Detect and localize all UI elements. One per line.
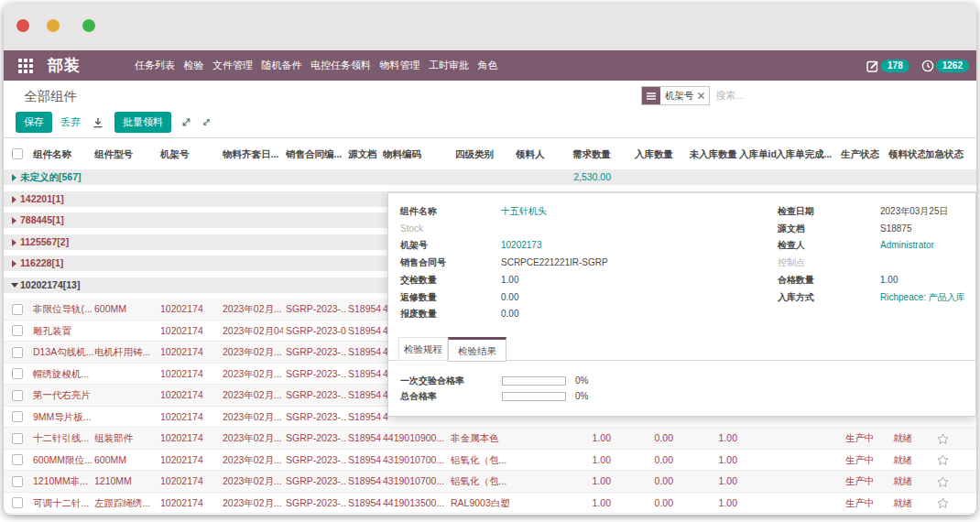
col-picker[interactable]: 领料人 (516, 138, 547, 169)
metric-value: 0% (575, 373, 588, 389)
col-material-ready-date[interactable]: 物料齐套日... (223, 138, 283, 169)
field-label: 交检数量 (400, 271, 497, 288)
expand-icon[interactable] (181, 117, 191, 127)
apps-menu-icon[interactable] (18, 59, 33, 77)
caret-right-icon (12, 239, 16, 246)
urgent-star-icon[interactable] (937, 454, 952, 468)
col-demand-qty[interactable]: 需求数量 (549, 138, 611, 169)
row-checkbox[interactable] (12, 454, 23, 465)
col-urgent-status[interactable]: 加急状态 (925, 138, 971, 169)
menu-material-management[interactable]: 物料管理 (380, 59, 420, 72)
col-inbound-qty[interactable]: 入库数量 (611, 138, 673, 169)
col-inbound-id[interactable]: 入库单id (739, 138, 779, 169)
menu-spare-parts[interactable]: 随机备件 (262, 59, 302, 72)
menu-elec-task-picking[interactable]: 电控任务领料 (310, 59, 371, 72)
col-sales-contract[interactable]: 销售合同编... (286, 138, 346, 169)
menu-timesheet-approval[interactable]: 工时审批 (429, 59, 469, 72)
inspection-detail-panel: 组件名称 十五针机头 Stock 机架号 10202173 销售合同号 SCRP… (387, 192, 976, 417)
col-category[interactable]: 四级类别 (455, 138, 514, 169)
field-label: 检查人 (778, 236, 877, 254)
batch-picking-button[interactable]: 批量领料 (114, 112, 171, 133)
table-header: 组件名称 组件型号 机架号 物料齐套日... 销售合同编... 源文档 物料编码… (4, 138, 976, 169)
save-button[interactable]: 保存 (16, 112, 52, 133)
first-pass-rate-bar (502, 376, 566, 386)
col-component-name[interactable]: 组件名称 (33, 138, 93, 169)
window-titlebar (4, 4, 976, 50)
menu-inspection[interactable]: 检验 (184, 59, 204, 72)
urgent-star-icon[interactable] (937, 497, 952, 511)
facet-remove-icon[interactable] (698, 92, 704, 99)
col-picking-status[interactable]: 领料状态 (888, 138, 925, 169)
menu-file-management[interactable]: 文件管理 (212, 59, 253, 72)
row-checkbox[interactable] (12, 476, 23, 487)
caret-right-icon (12, 174, 16, 181)
col-component-model[interactable]: 组件型号 (94, 138, 157, 169)
inbound-method-link[interactable]: Richpeace: 产品入库 (880, 288, 972, 306)
group-row[interactable]: 未定义的[567]2,530.00 (4, 169, 976, 191)
frame-number-link[interactable]: 10202173 (501, 236, 767, 254)
row-checkbox[interactable] (12, 304, 23, 315)
field-label: 返修数量 (400, 288, 497, 306)
row-checkbox[interactable] (12, 411, 23, 422)
row-checkbox[interactable] (12, 433, 23, 444)
field-label: 控制点 (778, 254, 877, 271)
col-inbound-done[interactable]: 入库单完成... (776, 138, 836, 169)
inspector-link[interactable]: Administrator (880, 236, 972, 254)
field-label: 机架号 (400, 236, 497, 254)
row-checkbox[interactable] (12, 390, 23, 401)
export-download-icon[interactable] (93, 117, 103, 128)
window-close-button[interactable] (16, 19, 29, 32)
menu-roles[interactable]: 角色 (478, 59, 498, 72)
component-name-link[interactable]: 十五针机头 (501, 202, 767, 220)
table-row[interactable]: 十二针引线... 组装部件 10202174 2023年02月... SGRP-… (4, 428, 976, 450)
col-material-code[interactable]: 物料编码 (383, 138, 447, 169)
clock-icon (921, 60, 934, 72)
search-input[interactable]: 搜索... (716, 89, 745, 103)
caret-right-icon (12, 196, 16, 203)
field-label: Stock (400, 220, 497, 237)
select-all-checkbox[interactable] (12, 148, 23, 159)
field-label: 检查日期 (778, 202, 877, 220)
table-row[interactable]: 1210MM非... 1210MM 10202174 2023年02月... S… (4, 471, 976, 493)
app-window: 部装 任务列表 检验 文件管理 随机备件 电控任务领料 物料管理 工时审批 角色… (4, 4, 976, 515)
caret-right-icon (12, 260, 16, 267)
field-value: 0.00 (501, 305, 767, 322)
caret-down-icon (11, 283, 18, 288)
search-facet: 机架号 (641, 86, 710, 105)
row-checkbox[interactable] (12, 325, 23, 336)
field-label: 销售合同号 (400, 254, 497, 271)
row-checkbox[interactable] (12, 497, 23, 508)
window-minimize-button[interactable] (47, 19, 60, 32)
control-panel: 全部组件 机架号 搜索... 保存 丢弃 批量领料 (4, 81, 976, 138)
window-zoom-button[interactable] (82, 19, 95, 32)
row-checkbox[interactable] (12, 347, 23, 358)
search-bar[interactable]: 机架号 搜索... (641, 86, 745, 105)
compress-icon[interactable] (202, 118, 211, 126)
col-not-inbound-qty[interactable]: 未入库数量 (675, 138, 737, 169)
col-production-status[interactable]: 生产状态 (841, 138, 885, 169)
tab-inspection-procedure[interactable]: 检验规程 (398, 337, 448, 361)
urgent-star-icon[interactable] (937, 433, 952, 447)
navbar-badges: 178 1262 (866, 50, 969, 81)
urgent-star-icon[interactable] (937, 476, 952, 490)
clock-badge[interactable]: 1262 (921, 60, 969, 72)
col-source-doc[interactable]: 源文档 (348, 138, 381, 169)
menu-task-list[interactable]: 任务列表 (135, 59, 175, 72)
field-label: 合格数量 (778, 271, 877, 288)
table-row[interactable]: 600MM限位... 600MM 10202174 2023年02月... SG… (4, 450, 976, 472)
col-frame-number[interactable]: 机架号 (160, 138, 217, 169)
app-title[interactable]: 部装 (48, 55, 81, 76)
app-navbar: 部装 任务列表 检验 文件管理 随机备件 电控任务领料 物料管理 工时审批 角色… (4, 50, 976, 81)
tab-inspection-result[interactable]: 检验结果 (448, 337, 506, 362)
edit-badge[interactable]: 178 (866, 60, 909, 72)
discard-button[interactable]: 丢弃 (60, 115, 81, 129)
button-row: 保存 丢弃 批量领料 (16, 112, 211, 133)
field-value: 0.00 (501, 288, 767, 306)
field-value: 2023年03月25日 (880, 202, 972, 220)
clock-count-badge: 1262 (936, 60, 969, 72)
facet-value: 机架号 (665, 90, 694, 103)
metric-label: 总合格率 (400, 388, 437, 405)
row-checkbox[interactable] (12, 368, 23, 379)
field-value: S18875 (880, 220, 972, 237)
table-row[interactable]: 可调十二针... 左跟踪绳绣... 10202174 2023年02月... S… (4, 493, 976, 515)
